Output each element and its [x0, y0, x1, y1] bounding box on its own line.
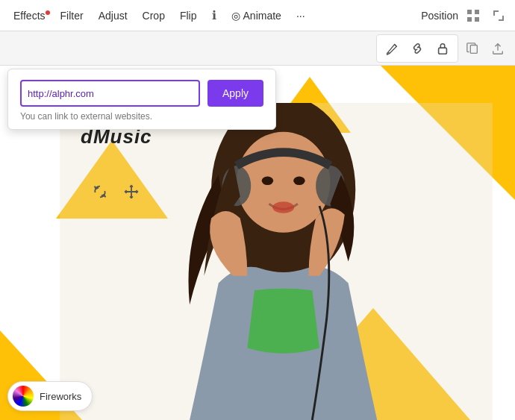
animate-icon: ◎: [231, 10, 240, 22]
svg-rect-2: [467, 17, 472, 22]
export-icon[interactable]: [487, 37, 509, 60]
lock-icon[interactable]: [431, 37, 455, 60]
toolbar-animate[interactable]: ◎ Animate: [224, 7, 289, 25]
url-input[interactable]: [20, 80, 200, 107]
chain-link-icon[interactable]: [405, 37, 429, 60]
svg-point-11: [272, 201, 294, 213]
person-image: [37, 103, 515, 420]
position-label: Position: [421, 10, 458, 22]
toolbar-filter[interactable]: Filter: [53, 7, 91, 25]
more-icon: ···: [296, 10, 305, 22]
apply-button[interactable]: Apply: [207, 80, 263, 107]
crop-label: Crop: [143, 10, 165, 22]
toolbar-crop[interactable]: Crop: [135, 7, 172, 25]
link-popup: Apply You can link to external websites.: [7, 69, 276, 130]
fireworks-button[interactable]: Fireworks: [7, 381, 93, 411]
expand-icon[interactable]: [488, 5, 509, 26]
secondary-toolbar: [0, 31, 515, 66]
paint-tool-icon[interactable]: [380, 37, 404, 60]
info-icon: ℹ: [212, 8, 216, 22]
effects-label: Effects: [13, 10, 46, 22]
toolbar-flip[interactable]: Flip: [172, 7, 205, 25]
rotate-control[interactable]: [90, 181, 110, 202]
toolbar-adjust[interactable]: Adjust: [91, 7, 135, 25]
svg-rect-4: [439, 48, 447, 54]
filter-label: Filter: [60, 10, 84, 22]
fireworks-label: Fireworks: [40, 391, 81, 402]
copy-icon[interactable]: [461, 37, 484, 60]
toolbar-more[interactable]: ···: [289, 7, 313, 25]
link-input-row: Apply: [20, 80, 263, 107]
toolbar-info[interactable]: ℹ: [205, 5, 224, 25]
svg-rect-0: [467, 10, 472, 14]
canvas-controls: [90, 181, 142, 202]
move-control[interactable]: [121, 181, 142, 202]
grid-icon[interactable]: [463, 5, 484, 26]
svg-point-12: [262, 177, 273, 186]
svg-rect-5: [470, 45, 477, 53]
link-icon-group: [376, 34, 458, 63]
svg-point-13: [293, 177, 305, 186]
animate-label: Animate: [243, 10, 281, 22]
toolbar-right: Position: [421, 5, 509, 26]
bottom-bar: Fireworks: [7, 381, 93, 411]
flip-label: Flip: [180, 10, 197, 22]
adjust-label: Adjust: [99, 10, 128, 22]
svg-rect-1: [475, 10, 479, 14]
link-hint: You can link to external websites.: [20, 111, 263, 122]
toolbar-effects[interactable]: Effects: [6, 7, 53, 25]
top-toolbar: Effects Filter Adjust Crop Flip ℹ ◎ Anim…: [0, 0, 515, 31]
effects-dot: [46, 10, 50, 15]
fireworks-icon: [13, 386, 34, 407]
main-canvas: dMusic: [0, 66, 515, 420]
svg-rect-3: [475, 17, 479, 22]
